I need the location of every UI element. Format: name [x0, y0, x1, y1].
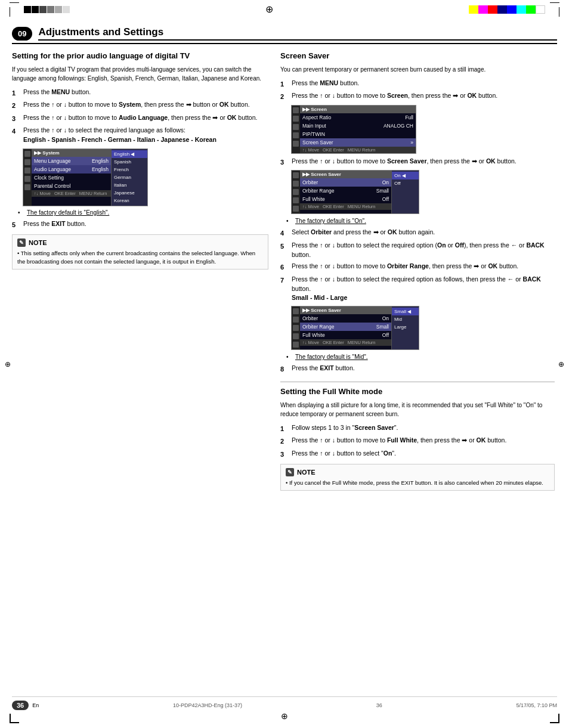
ss-step-num-1: 1 — [280, 79, 289, 89]
ss-menu-2-screenshot: ▶▶ Screen Saver OrbiterOn Orbiter RangeS… — [291, 306, 555, 350]
screen-saver-desc: You can prevent temporary or permanent s… — [280, 65, 555, 74]
ss-step-8: 8 Press the EXIT button. — [280, 364, 555, 374]
page-title: Adjustments and Settings — [38, 26, 557, 41]
ss-step-num-6: 6 — [280, 262, 289, 272]
step-num-2: 2 — [12, 101, 20, 111]
page-number-badge: 36 — [12, 701, 29, 710]
ss-step-1: 1 Press the MENU button. — [280, 79, 555, 89]
ss-step-num-7: 7 — [280, 275, 289, 286]
fw-step-num-1: 1 — [280, 424, 289, 434]
ss1-row-orbiter: OrbiterOn — [300, 178, 391, 187]
fw-note-label: NOTE — [297, 469, 316, 476]
ss2-icon-4 — [293, 333, 299, 339]
ss1-row-orbrange: Orbiter RangeSmall — [300, 187, 391, 195]
ss1-row-fullwhite: Full WhiteOff — [300, 195, 391, 203]
menu-header-label: ▶▶ System — [32, 149, 111, 157]
menu-row-audio-lang: Audio LanguageEnglish — [32, 165, 111, 174]
sm-side-icon-5 — [293, 141, 299, 147]
ss2-icon-2 — [293, 317, 299, 323]
bottom-crosshair: ⊕ — [281, 711, 288, 721]
menu-sub-french: French — [112, 166, 147, 174]
sm-row-maininput: Main InputANALOG CH — [300, 122, 416, 130]
screen-saver-title: Screen Saver — [280, 51, 555, 61]
factory-default-lang: • The factory default is "English". — [18, 209, 268, 217]
ss-step-6: 6 Press the ↑ or ↓ button to move to Orb… — [280, 262, 555, 272]
step-num-4: 4 — [12, 126, 20, 137]
ss2-sub-mid: Mid — [392, 315, 419, 323]
menu-side-icon-2 — [24, 159, 30, 165]
factory-default-text: The factory default is "English". — [27, 209, 109, 217]
menu-side-icon-5 — [24, 184, 30, 190]
ss-step-num-4: 4 — [280, 228, 289, 238]
ss-step-content-4: Select Orbiter and press the ➡ or OK but… — [292, 228, 555, 237]
step-content-4: Press the ↑ or ↓ to select the required … — [23, 126, 268, 145]
ss-step-num-2: 2 — [280, 92, 289, 102]
bottom-right-corner — [550, 714, 559, 723]
page-footer: 36 En 10-PDP42A3HD-Eng (31-37) 36 5/17/0… — [0, 697, 569, 710]
note-label: NOTE — [29, 239, 47, 246]
left-section-desc: If you select a digital TV program that … — [12, 65, 268, 83]
sm-row-screensaver: Screen Saver» — [300, 138, 416, 147]
ss2-icon-5 — [293, 342, 299, 348]
left-section-title: Setting for the prior audio language of … — [12, 51, 268, 61]
ss-factory-default-1-text: The factory default is "On". — [295, 217, 366, 225]
footer-page-num: 36 — [376, 702, 382, 708]
ss-factory-default-1: • The factory default is "On". — [286, 217, 555, 225]
center-crosshair: ⊕ — [265, 5, 273, 14]
ss-menu-1-screenshot: ▶▶ Screen Saver OrbiterOn Orbiter RangeS… — [291, 170, 555, 214]
menu-side-icon-4 — [24, 176, 30, 182]
sm-side-icon-3 — [293, 124, 299, 130]
ss1-icon-5 — [293, 206, 299, 212]
menu-sub-english: English ◀ — [112, 150, 147, 158]
page-footer-area: 36 En 10-PDP42A3HD-Eng (31-37) 36 5/17/0… — [0, 696, 569, 710]
fw-note-content: • If you cancel the Full White mode, pre… — [286, 479, 549, 487]
menu-side-icon-3 — [24, 168, 30, 174]
ss2-icon-3 — [293, 325, 299, 331]
menu-sub-italian: Italian — [112, 181, 147, 189]
fw-step-num-2: 2 — [280, 436, 289, 447]
ss-step-2: 2 Press the ↑ or ↓ button to move to Scr… — [280, 91, 555, 102]
ss2-row-orbiter: OrbiterOn — [300, 314, 391, 323]
note-title-lang: ✎ NOTE — [17, 238, 263, 247]
fw-step-content-2: Press the ↑ or ↓ button to move to Full … — [292, 436, 555, 445]
ss-factory-default-2-text: The factory default is "Mid". — [295, 353, 368, 361]
right-column: Screen Saver You can prevent temporary o… — [280, 51, 555, 495]
menu-row-parental: Parental Control — [32, 182, 111, 190]
ss-step-content-3: Press the ↑ or ↓ button to move to Scree… — [292, 157, 555, 166]
left-column: Setting for the prior audio language of … — [12, 51, 268, 495]
step-4: 4 Press the ↑ or ↓ to select the require… — [12, 126, 268, 145]
right-side-marks: ⊕ — [558, 360, 564, 368]
ss1-icon-1 — [293, 172, 299, 178]
ss-step-7: 7 Press the ↑ or ↓ button to select the … — [280, 275, 555, 303]
ss-steps-1-2: 1 Press the MENU button. 2 Press the ↑ o… — [280, 79, 555, 102]
sm-side-icon-4 — [293, 132, 299, 138]
ss2-sub-large: Large — [392, 323, 419, 331]
fw-note-bullet: • — [286, 479, 287, 486]
top-left-marks — [10, 2, 70, 17]
ss1-sub-off: Off — [392, 179, 419, 187]
ss2-row-orbrange: Orbiter RangeSmall — [300, 323, 391, 331]
language-menu-screenshot: ▶▶ System Menu LanguageEnglish Audio Lan… — [23, 148, 268, 206]
ss1-header: ▶▶ Screen Saver — [300, 171, 391, 178]
note-title-fw: ✎ NOTE — [286, 468, 549, 476]
ss2-sub-small: Small ◀ — [392, 308, 419, 315]
ss-step-content-8: Press the EXIT button. — [292, 364, 555, 373]
note-box-fw: ✎ NOTE • If you cancel the Full White mo… — [280, 464, 555, 491]
sm-side-icon-2 — [293, 116, 299, 122]
page-header: 09 Adjustments and Settings — [0, 19, 569, 41]
chapter-number: 09 — [12, 27, 32, 41]
ss1-icon-3 — [293, 189, 299, 195]
step-2: 2 Press the ↑ or ↓ button to move to Sys… — [12, 100, 268, 111]
ss-step-4: 4 Select Orbiter and press the ➡ or OK b… — [280, 228, 555, 238]
step-5: 5 Press the EXIT button. — [12, 219, 268, 230]
ss-step-num-5: 5 — [280, 241, 289, 252]
screen-menu-screenshot: ▶▶ Screen Aspect RatioFull Main InputANA… — [291, 105, 555, 154]
fw-steps: 1 Follow steps 1 to 3 in "Screen Saver".… — [280, 423, 555, 460]
sm-footer: ↑↓ MoveOKE EnterMENU Return — [300, 147, 416, 153]
sm-row-pip: PIP/TWIN — [300, 130, 416, 138]
step-1: 1 Press the MENU button. — [12, 88, 268, 98]
ss2-footer: ↑↓ MoveOKE EnterMENU Return — [300, 339, 391, 346]
menu-side-icon-1 — [24, 151, 30, 157]
ss2-header: ▶▶ Screen Saver — [300, 306, 391, 314]
ss-step-content-1: Press the MENU button. — [292, 79, 555, 88]
